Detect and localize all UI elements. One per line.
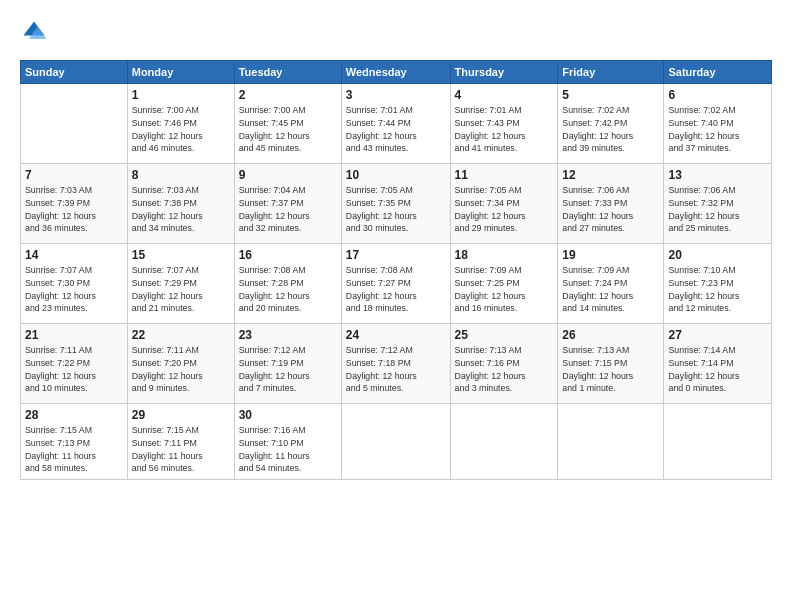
- header-wednesday: Wednesday: [341, 61, 450, 84]
- day-number: 22: [132, 328, 230, 342]
- calendar-cell: [21, 84, 128, 164]
- calendar-cell: 13Sunrise: 7:06 AM Sunset: 7:32 PM Dayli…: [664, 164, 772, 244]
- day-info: Sunrise: 7:07 AM Sunset: 7:30 PM Dayligh…: [25, 264, 123, 315]
- day-info: Sunrise: 7:12 AM Sunset: 7:18 PM Dayligh…: [346, 344, 446, 395]
- day-number: 27: [668, 328, 767, 342]
- day-info: Sunrise: 7:06 AM Sunset: 7:32 PM Dayligh…: [668, 184, 767, 235]
- calendar-cell: 28Sunrise: 7:15 AM Sunset: 7:13 PM Dayli…: [21, 404, 128, 480]
- calendar-cell: 16Sunrise: 7:08 AM Sunset: 7:28 PM Dayli…: [234, 244, 341, 324]
- calendar-cell: 2Sunrise: 7:00 AM Sunset: 7:45 PM Daylig…: [234, 84, 341, 164]
- calendar-cell: 12Sunrise: 7:06 AM Sunset: 7:33 PM Dayli…: [558, 164, 664, 244]
- day-number: 1: [132, 88, 230, 102]
- header-thursday: Thursday: [450, 61, 558, 84]
- calendar-cell: 7Sunrise: 7:03 AM Sunset: 7:39 PM Daylig…: [21, 164, 128, 244]
- day-info: Sunrise: 7:08 AM Sunset: 7:27 PM Dayligh…: [346, 264, 446, 315]
- calendar-cell: 17Sunrise: 7:08 AM Sunset: 7:27 PM Dayli…: [341, 244, 450, 324]
- day-info: Sunrise: 7:14 AM Sunset: 7:14 PM Dayligh…: [668, 344, 767, 395]
- header-monday: Monday: [127, 61, 234, 84]
- calendar-cell: 27Sunrise: 7:14 AM Sunset: 7:14 PM Dayli…: [664, 324, 772, 404]
- day-info: Sunrise: 7:15 AM Sunset: 7:13 PM Dayligh…: [25, 424, 123, 475]
- day-number: 11: [455, 168, 554, 182]
- header-tuesday: Tuesday: [234, 61, 341, 84]
- day-info: Sunrise: 7:11 AM Sunset: 7:22 PM Dayligh…: [25, 344, 123, 395]
- page-header: [20, 18, 772, 46]
- day-info: Sunrise: 7:09 AM Sunset: 7:24 PM Dayligh…: [562, 264, 659, 315]
- day-info: Sunrise: 7:13 AM Sunset: 7:15 PM Dayligh…: [562, 344, 659, 395]
- day-number: 16: [239, 248, 337, 262]
- calendar-week-row: 21Sunrise: 7:11 AM Sunset: 7:22 PM Dayli…: [21, 324, 772, 404]
- day-number: 29: [132, 408, 230, 422]
- page-container: SundayMondayTuesdayWednesdayThursdayFrid…: [0, 0, 792, 490]
- day-number: 21: [25, 328, 123, 342]
- calendar-week-row: 7Sunrise: 7:03 AM Sunset: 7:39 PM Daylig…: [21, 164, 772, 244]
- day-info: Sunrise: 7:10 AM Sunset: 7:23 PM Dayligh…: [668, 264, 767, 315]
- calendar-table: SundayMondayTuesdayWednesdayThursdayFrid…: [20, 60, 772, 480]
- day-number: 4: [455, 88, 554, 102]
- calendar-cell: 21Sunrise: 7:11 AM Sunset: 7:22 PM Dayli…: [21, 324, 128, 404]
- day-info: Sunrise: 7:03 AM Sunset: 7:38 PM Dayligh…: [132, 184, 230, 235]
- header-friday: Friday: [558, 61, 664, 84]
- day-number: 23: [239, 328, 337, 342]
- calendar-cell: 15Sunrise: 7:07 AM Sunset: 7:29 PM Dayli…: [127, 244, 234, 324]
- calendar-cell: 18Sunrise: 7:09 AM Sunset: 7:25 PM Dayli…: [450, 244, 558, 324]
- day-info: Sunrise: 7:07 AM Sunset: 7:29 PM Dayligh…: [132, 264, 230, 315]
- logo-icon: [20, 18, 48, 46]
- day-info: Sunrise: 7:05 AM Sunset: 7:34 PM Dayligh…: [455, 184, 554, 235]
- day-number: 25: [455, 328, 554, 342]
- day-number: 18: [455, 248, 554, 262]
- day-info: Sunrise: 7:15 AM Sunset: 7:11 PM Dayligh…: [132, 424, 230, 475]
- calendar-cell: 9Sunrise: 7:04 AM Sunset: 7:37 PM Daylig…: [234, 164, 341, 244]
- day-number: 2: [239, 88, 337, 102]
- calendar-cell: [558, 404, 664, 480]
- calendar-cell: 25Sunrise: 7:13 AM Sunset: 7:16 PM Dayli…: [450, 324, 558, 404]
- day-info: Sunrise: 7:00 AM Sunset: 7:46 PM Dayligh…: [132, 104, 230, 155]
- day-info: Sunrise: 7:06 AM Sunset: 7:33 PM Dayligh…: [562, 184, 659, 235]
- day-number: 3: [346, 88, 446, 102]
- calendar-cell: 20Sunrise: 7:10 AM Sunset: 7:23 PM Dayli…: [664, 244, 772, 324]
- calendar-cell: 14Sunrise: 7:07 AM Sunset: 7:30 PM Dayli…: [21, 244, 128, 324]
- day-number: 28: [25, 408, 123, 422]
- day-info: Sunrise: 7:09 AM Sunset: 7:25 PM Dayligh…: [455, 264, 554, 315]
- calendar-week-row: 1Sunrise: 7:00 AM Sunset: 7:46 PM Daylig…: [21, 84, 772, 164]
- day-info: Sunrise: 7:01 AM Sunset: 7:44 PM Dayligh…: [346, 104, 446, 155]
- day-number: 12: [562, 168, 659, 182]
- day-number: 9: [239, 168, 337, 182]
- day-number: 17: [346, 248, 446, 262]
- day-number: 14: [25, 248, 123, 262]
- day-number: 5: [562, 88, 659, 102]
- calendar-cell: 8Sunrise: 7:03 AM Sunset: 7:38 PM Daylig…: [127, 164, 234, 244]
- calendar-week-row: 28Sunrise: 7:15 AM Sunset: 7:13 PM Dayli…: [21, 404, 772, 480]
- calendar-cell: 19Sunrise: 7:09 AM Sunset: 7:24 PM Dayli…: [558, 244, 664, 324]
- header-sunday: Sunday: [21, 61, 128, 84]
- calendar-cell: 5Sunrise: 7:02 AM Sunset: 7:42 PM Daylig…: [558, 84, 664, 164]
- calendar-cell: 10Sunrise: 7:05 AM Sunset: 7:35 PM Dayli…: [341, 164, 450, 244]
- day-info: Sunrise: 7:02 AM Sunset: 7:40 PM Dayligh…: [668, 104, 767, 155]
- day-info: Sunrise: 7:04 AM Sunset: 7:37 PM Dayligh…: [239, 184, 337, 235]
- day-info: Sunrise: 7:03 AM Sunset: 7:39 PM Dayligh…: [25, 184, 123, 235]
- calendar-cell: [341, 404, 450, 480]
- day-number: 19: [562, 248, 659, 262]
- day-number: 6: [668, 88, 767, 102]
- calendar-cell: 6Sunrise: 7:02 AM Sunset: 7:40 PM Daylig…: [664, 84, 772, 164]
- day-number: 20: [668, 248, 767, 262]
- calendar-cell: [450, 404, 558, 480]
- day-info: Sunrise: 7:01 AM Sunset: 7:43 PM Dayligh…: [455, 104, 554, 155]
- calendar-cell: 1Sunrise: 7:00 AM Sunset: 7:46 PM Daylig…: [127, 84, 234, 164]
- day-info: Sunrise: 7:16 AM Sunset: 7:10 PM Dayligh…: [239, 424, 337, 475]
- day-number: 24: [346, 328, 446, 342]
- day-number: 30: [239, 408, 337, 422]
- calendar-cell: 3Sunrise: 7:01 AM Sunset: 7:44 PM Daylig…: [341, 84, 450, 164]
- calendar-header-row: SundayMondayTuesdayWednesdayThursdayFrid…: [21, 61, 772, 84]
- day-number: 26: [562, 328, 659, 342]
- day-info: Sunrise: 7:08 AM Sunset: 7:28 PM Dayligh…: [239, 264, 337, 315]
- day-number: 10: [346, 168, 446, 182]
- day-number: 7: [25, 168, 123, 182]
- day-info: Sunrise: 7:02 AM Sunset: 7:42 PM Dayligh…: [562, 104, 659, 155]
- day-info: Sunrise: 7:13 AM Sunset: 7:16 PM Dayligh…: [455, 344, 554, 395]
- day-info: Sunrise: 7:00 AM Sunset: 7:45 PM Dayligh…: [239, 104, 337, 155]
- calendar-week-row: 14Sunrise: 7:07 AM Sunset: 7:30 PM Dayli…: [21, 244, 772, 324]
- day-number: 15: [132, 248, 230, 262]
- calendar-cell: 23Sunrise: 7:12 AM Sunset: 7:19 PM Dayli…: [234, 324, 341, 404]
- day-info: Sunrise: 7:05 AM Sunset: 7:35 PM Dayligh…: [346, 184, 446, 235]
- calendar-cell: 22Sunrise: 7:11 AM Sunset: 7:20 PM Dayli…: [127, 324, 234, 404]
